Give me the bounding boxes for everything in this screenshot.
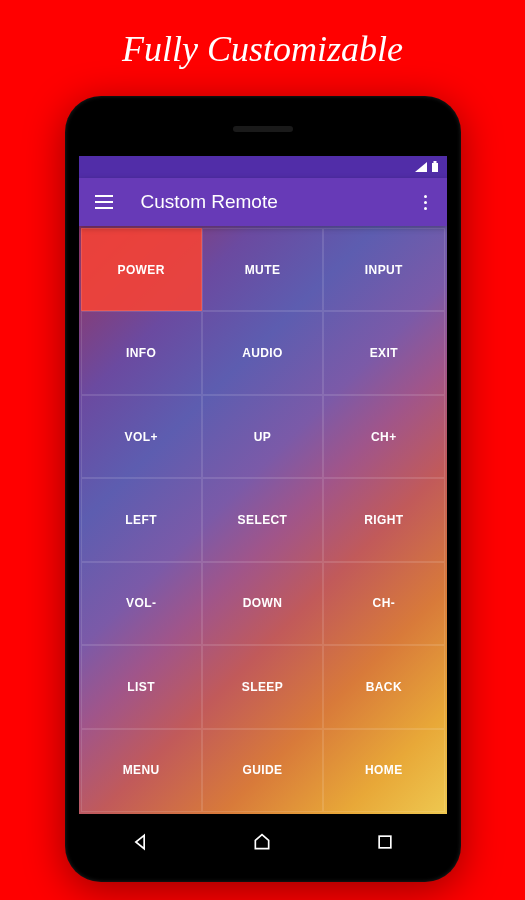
remote-button-label: INPUT [365,263,403,277]
phone-frame: Custom Remote POWERMUTEINPUTINFOAUDIOEXI… [65,96,461,882]
status-bar [79,156,447,178]
remote-button-grid: POWERMUTEINPUTINFOAUDIOEXITVOL+UPCH+LEFT… [79,226,447,814]
remote-button-mute[interactable]: MUTE [202,228,323,311]
remote-button-up[interactable]: UP [202,395,323,478]
remote-button-label: MUTE [245,263,281,277]
menu-icon[interactable] [91,191,117,213]
remote-button-label: CH- [373,596,396,610]
remote-button-info[interactable]: INFO [81,311,202,394]
signal-icon [415,162,427,172]
remote-button-label: MENU [123,763,160,777]
svg-rect-0 [432,163,438,172]
phone-screen: Custom Remote POWERMUTEINPUTINFOAUDIOEXI… [79,156,447,814]
remote-button-label: DOWN [243,596,283,610]
remote-button-label: LIST [127,680,155,694]
nav-back-button[interactable] [112,822,168,862]
remote-button-ch-up[interactable]: CH+ [323,395,444,478]
svg-rect-1 [433,161,436,163]
remote-button-vol-up[interactable]: VOL+ [81,395,202,478]
remote-button-menu[interactable]: MENU [81,729,202,812]
remote-button-exit[interactable]: EXIT [323,311,444,394]
nav-recent-button[interactable] [357,822,413,862]
remote-button-vol-down[interactable]: VOL- [81,562,202,645]
remote-button-down[interactable]: DOWN [202,562,323,645]
remote-button-label: VOL+ [125,430,158,444]
remote-button-label: SLEEP [242,680,283,694]
remote-button-sleep[interactable]: SLEEP [202,645,323,728]
remote-button-select[interactable]: SELECT [202,478,323,561]
remote-button-label: CH+ [371,430,397,444]
remote-button-label: RIGHT [364,513,403,527]
nav-recent-icon [375,832,395,852]
remote-button-label: LEFT [125,513,157,527]
remote-button-guide[interactable]: GUIDE [202,729,323,812]
promo-headline: Fully Customizable [0,0,525,70]
remote-button-label: GUIDE [242,763,282,777]
remote-button-label: INFO [126,346,156,360]
nav-home-icon [252,832,272,852]
remote-button-back[interactable]: BACK [323,645,444,728]
app-bar: Custom Remote [79,178,447,226]
remote-button-audio[interactable]: AUDIO [202,311,323,394]
remote-button-input[interactable]: INPUT [323,228,444,311]
app-title: Custom Remote [141,191,416,213]
remote-button-label: POWER [117,263,164,277]
nav-home-button[interactable] [234,822,290,862]
remote-button-label: EXIT [370,346,398,360]
phone-speaker [233,126,293,132]
remote-button-label: UP [254,430,271,444]
remote-button-right[interactable]: RIGHT [323,478,444,561]
remote-button-left[interactable]: LEFT [81,478,202,561]
remote-button-label: HOME [365,763,403,777]
remote-button-label: BACK [366,680,402,694]
battery-icon [431,161,439,173]
remote-button-list[interactable]: LIST [81,645,202,728]
android-nav-bar [79,820,447,864]
remote-button-label: SELECT [238,513,288,527]
remote-button-ch-down[interactable]: CH- [323,562,444,645]
remote-button-label: AUDIO [242,346,283,360]
svg-rect-2 [379,836,391,848]
remote-button-label: VOL- [126,596,156,610]
remote-button-home[interactable]: HOME [323,729,444,812]
nav-back-icon [130,832,150,852]
overflow-menu-icon[interactable] [416,191,435,214]
remote-button-power[interactable]: POWER [81,228,202,311]
